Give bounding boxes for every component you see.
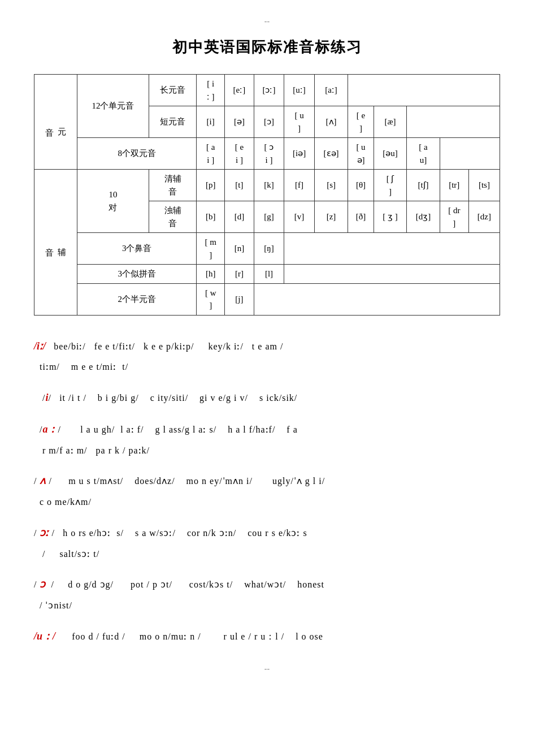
practice-text-ʌ-2: c o me/kʌm/ [34,497,92,507]
long-v3: [ɔː] [254,75,284,106]
vl-6: [θ] [348,170,374,201]
diphthong-label: 8个双元音 [77,138,197,170]
practice-text-ɔ-slash1: / [34,580,40,589]
practice-text-ɔː-slash2: / [49,528,54,538]
phoneme-uː: /u：/ [34,630,55,642]
phoneme-ʌ: ʌ [40,475,46,486]
practice-text-aː-slash1: / [34,425,42,434]
bottom-dash: -- [34,664,500,673]
vl-8: [tʃ] [407,170,440,201]
vowel-category: 元音 [34,75,77,170]
practice-text-iː: bee/biː/ fe e t/fiːt/ k e e p/kiːp/ key/… [48,342,283,351]
semi-empty [254,283,500,315]
practice-text-i-slash2: / [48,393,51,403]
approx-1: [h] [197,265,225,284]
nasal-label: 3个鼻音 [77,233,197,265]
voiceless-label: 清辅音 [149,170,196,201]
semi-label: 2个半元音 [77,283,197,315]
short-v1: [i] [197,106,225,138]
vd-2: [d] [225,201,254,233]
practice-text-aː-2: r m/f aː m/ pa r k / paːk/ [34,446,150,455]
phoneme-iː: /iː/ [34,340,46,352]
diph-v8: [ au] [407,138,440,170]
nasal-3: [ŋ] [254,233,284,265]
vd-9: [ dr] [440,201,468,233]
short-v-empty [407,106,500,138]
short-v3: [ɔ] [254,106,284,138]
semi-1: [ w] [197,283,225,315]
short-v4: [ u] [284,106,315,138]
voiced-label: 浊辅音 [149,201,196,233]
practice-text-ʌ: m u s t/mʌst/ does/dʌz/ mo n ey/ˈmʌn i/ … [54,476,325,486]
consonant-category: 辅音 [34,170,77,316]
practice-text-ɔ-2: / ˈɔnist/ [34,601,72,610]
vl-2: [t] [225,170,254,201]
diph-v5: [ɛə] [314,138,348,170]
vl-5: [s] [314,170,348,201]
phoneme-ɔː: ɔː [40,527,49,538]
diph-v3: [ ɔi ] [254,138,284,170]
approx-3: [l] [254,265,284,284]
vl-1: [p] [197,170,225,201]
phonetics-table: 元音 12个单元音 长元音 [ iː ] [eː] [ɔː] [uː] [aː]… [34,74,500,316]
vd-10: [dz] [468,201,500,233]
vl-7: [ ʃ] [374,170,406,201]
12-vowels-label: 12个单元音 [77,75,149,138]
practice-text-ɔ-slash2: / [45,580,54,589]
nasal-1: [ m] [197,233,225,265]
short-v6: [ e] [348,106,374,138]
long-v1: [ iː ] [197,75,225,106]
vd-1: [b] [197,201,225,233]
diph-v7: [əu] [374,138,406,170]
diph-empty [440,138,500,170]
long-vowel-label: 长元音 [149,75,196,106]
short-v5: [ʌ] [314,106,348,138]
practice-text-ɔː: h o rs e/hɔː s/ s a w/sɔː/ cor n/k ɔːn/ … [57,528,307,538]
vl-3: [k] [254,170,284,201]
diph-v6: [ uə] [348,138,374,170]
vd-8: [dʒ] [407,201,440,233]
practice-text-ʌ-slash2: / [46,476,51,486]
approx-empty [284,265,500,284]
vd-3: [g] [254,201,284,233]
practice-text-ʌ-slash1: / [34,476,40,486]
approx-2: [r] [225,265,254,284]
long-v2: [eː] [225,75,254,106]
diph-v2: [ ei ] [225,138,254,170]
practice-text-ɔː-2: / salt/sɔː t/ [34,549,99,559]
vd-7: [ ʒ ] [374,201,406,233]
short-vowel-label: 短元音 [149,106,196,138]
semi-2: [j] [225,283,254,315]
practice-block-uː: /u：/ foo d / fuːd / mo o n/muː n / r ul … [34,626,500,647]
diph-v4: [iə] [284,138,315,170]
vd-5: [z] [314,201,348,233]
practice-text-ɔː-slash1: / [34,528,40,538]
phoneme-ɔ: ɔ [40,578,45,590]
vd-4: [v] [284,201,315,233]
practice-text-aː-slash2: / [58,425,77,434]
practice-block-ɔː: / ɔː / h o rs e/hɔː s/ s a w/sɔː/ cor n/… [34,522,500,564]
practice-text-aː: l a u gh/ l aː f/ g l ass/g l aː s/ h a … [80,425,298,434]
practice-block-i: /i/ it /i t / b i g/bi g/ c ity/siti/ gi… [34,387,500,409]
practice-area: /iː/ bee/biː/ fe e t/fiːt/ k e e p/kiːp/… [34,336,500,647]
approx-label: 3个似拼音 [77,265,197,284]
short-v2: [ə] [225,106,254,138]
long-v-empty [348,75,500,106]
practice-block-ʌ: / ʌ / m u s t/mʌst/ does/dʌz/ mo n ey/ˈm… [34,470,500,512]
short-v7: [æ] [374,106,406,138]
vl-10: [ts] [468,170,500,201]
10pairs-label: 10对 [77,170,149,233]
practice-block-iː: /iː/ bee/biː/ fe e t/fiːt/ k e e p/kiːp/… [34,336,500,377]
practice-text-i: it /i t / b i g/bi g/ c ity/siti/ gi v e… [54,393,297,403]
diph-v1: [ ai ] [197,138,225,170]
top-dash: -- [34,17,500,26]
vd-6: [ð] [348,201,374,233]
nasal-2: [n] [225,233,254,265]
long-v5: [aː] [314,75,348,106]
vl-4: [f] [284,170,315,201]
practice-text-iː-2: tiːm/ m e e t/miː t/ [34,362,128,371]
vl-9: [tr] [440,170,468,201]
phoneme-aː: a： [42,424,58,435]
long-v4: [uː] [284,75,315,106]
practice-text-uː: foo d / fuːd / mo o n/muː n / r ul e / r… [58,632,323,641]
